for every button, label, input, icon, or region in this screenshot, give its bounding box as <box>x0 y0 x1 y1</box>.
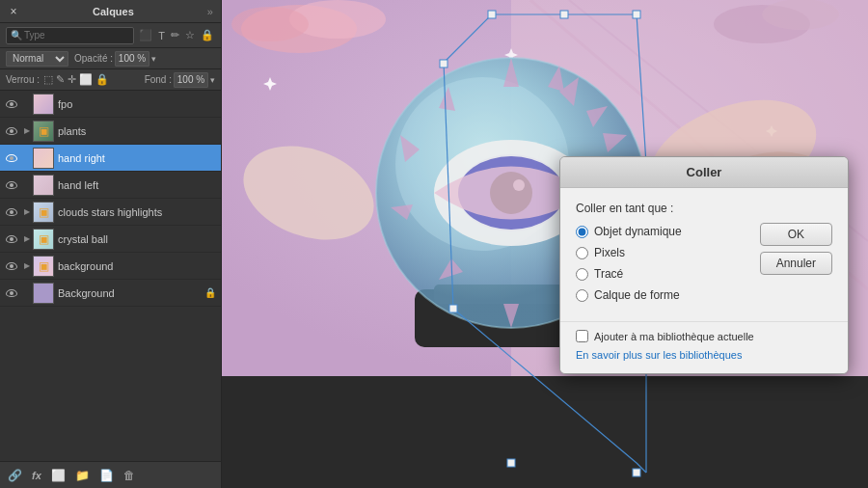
group-icon: ▣ <box>39 232 49 246</box>
panel-header: × Calques » <box>0 0 221 23</box>
svg-point-8 <box>762 0 839 30</box>
layer-item-selected[interactable]: hand right <box>0 145 221 172</box>
cancel-button[interactable]: Annuler <box>760 252 832 275</box>
fill-arrow[interactable]: ▾ <box>210 75 215 85</box>
fx-icon[interactable]: fx <box>30 469 43 482</box>
new-group-icon[interactable]: 📁 <box>73 468 92 483</box>
layers-toolbar: 🔍 ⬛ T ✏ ☆ 🔒 <box>0 23 221 48</box>
add-mask-icon[interactable]: ⬜ <box>49 468 68 483</box>
group-icon: ▣ <box>39 259 49 273</box>
radio-option-trace[interactable]: Tracé <box>576 267 750 281</box>
layer-item[interactable]: ▶ ▣ plants <box>0 118 221 145</box>
layer-expand-fpo[interactable] <box>21 98 33 110</box>
lock-label: Verrou : <box>6 74 40 85</box>
dialog-body: Coller en tant que : Objet dynamique Pix… <box>560 188 848 321</box>
radio-option-calque-forme[interactable]: Calque de forme <box>576 288 750 302</box>
delete-layer-icon[interactable]: 🗑 <box>122 468 137 483</box>
layer-name-bg-inner: background <box>58 260 217 272</box>
bottom-bar: 🔗 fx ⬜ 📁 📄 🗑 <box>0 461 221 488</box>
radio-calque-forme[interactable] <box>576 289 588 302</box>
fill-label: Fond : <box>145 74 172 85</box>
layer-item-background[interactable]: Background 🔒 <box>0 280 221 307</box>
add-library-checkbox[interactable] <box>576 330 588 342</box>
checkbox-row: Ajouter à ma bibliothèque actuelle <box>576 330 832 342</box>
link-layers-icon[interactable]: 🔗 <box>6 468 24 483</box>
layer-thumb-clouds: ▣ <box>33 202 54 223</box>
radio-pixels[interactable] <box>576 247 588 259</box>
effect-icon[interactable]: 🔒 <box>200 28 215 42</box>
search-icon: 🔍 <box>11 30 22 41</box>
layer-name-fpo: fpo <box>58 98 217 110</box>
lock-row: Verrou : ⬚ ✎ ✛ ⬜ 🔒 Fond : ▾ <box>0 69 221 91</box>
radio-option-pixels[interactable]: Pixels <box>576 246 750 259</box>
layer-name-background: Background <box>58 287 203 299</box>
layers-list: fpo ▶ ▣ plants hand right <box>0 91 221 461</box>
radio-objet-dynamique[interactable] <box>576 226 588 238</box>
layer-expand-background[interactable] <box>21 287 33 299</box>
smart-icon[interactable]: ☆ <box>184 28 196 42</box>
layer-item[interactable]: ▶ ▣ clouds stars highlights <box>0 199 221 226</box>
add-library-label: Ajouter à ma bibliothèque actuelle <box>594 331 754 342</box>
path-icon[interactable]: ✏ <box>170 28 180 42</box>
layer-visibility-hand-right[interactable] <box>4 150 19 166</box>
layer-expand-plants[interactable]: ▶ <box>21 125 33 137</box>
lock-all-icon[interactable]: 🔒 <box>95 73 109 86</box>
layer-expand-crystal[interactable]: ▶ <box>21 233 33 245</box>
pixel-icon[interactable]: ⬛ <box>138 28 153 42</box>
layer-item[interactable]: ▶ ▣ background <box>0 253 221 280</box>
layer-thumb-background <box>33 283 54 304</box>
lock-transparent-icon[interactable]: ⬚ <box>43 73 53 86</box>
lock-pixels-icon[interactable]: ✎ <box>56 73 65 86</box>
layer-expand-clouds[interactable]: ▶ <box>21 206 33 218</box>
layer-name-plants: plants <box>58 125 217 137</box>
panel-expand[interactable]: » <box>207 6 213 17</box>
ok-button[interactable]: OK <box>760 223 832 246</box>
layer-thumb-hand-left <box>33 175 54 196</box>
layer-item[interactable]: fpo <box>0 91 221 118</box>
layer-item[interactable]: ▶ ▣ crystal ball <box>0 226 221 253</box>
layer-expand-bg-inner[interactable]: ▶ <box>21 260 33 272</box>
layer-visibility-hand-left[interactable] <box>4 177 19 193</box>
layer-expand-hand-right[interactable] <box>21 152 33 164</box>
blend-mode-select[interactable]: Normal <box>6 51 68 67</box>
dialog-options: Coller en tant que : Objet dynamique Pix… <box>576 202 750 310</box>
svg-point-6 <box>231 7 309 41</box>
lock-artboard-icon[interactable]: ⬜ <box>79 73 93 86</box>
layers-options: Normal Opacité : ▾ <box>0 48 221 69</box>
layer-expand-hand-left[interactable] <box>21 179 33 191</box>
radio-label-calque-forme: Calque de forme <box>594 288 680 302</box>
below-canvas <box>222 376 868 488</box>
layer-name-hand-left: hand left <box>58 179 217 191</box>
layer-visibility-clouds[interactable] <box>4 204 19 220</box>
dialog-section-label: Coller en tant que : <box>576 202 750 215</box>
lock-position-icon[interactable]: ✛ <box>68 73 76 86</box>
layer-thumb-bg-inner: ▣ <box>33 256 54 277</box>
layer-item[interactable]: hand left <box>0 172 221 199</box>
library-link[interactable]: En savoir plus sur les bibliothèques <box>576 349 742 361</box>
text-icon[interactable]: T <box>157 29 166 42</box>
panel-close-x[interactable]: × <box>8 6 19 17</box>
radio-label-objet: Objet dynamique <box>594 225 682 238</box>
radio-option-objet[interactable]: Objet dynamique <box>576 225 750 238</box>
panel-title: Calques <box>93 6 134 17</box>
coller-dialog: Coller Coller en tant que : Objet dynami… <box>559 156 849 374</box>
layer-thumb-plants: ▣ <box>33 121 54 142</box>
fill-input[interactable] <box>174 72 208 88</box>
opacity-arrow[interactable]: ▾ <box>151 54 156 64</box>
radio-trace[interactable] <box>576 268 588 281</box>
dialog-buttons: OK Annuler <box>760 202 832 310</box>
search-input[interactable] <box>24 30 129 41</box>
layer-thumb-crystal: ▣ <box>33 229 54 250</box>
layer-visibility-background[interactable] <box>4 285 19 301</box>
layer-visibility-plants[interactable] <box>4 123 19 139</box>
layer-thumb-hand-right <box>33 148 54 169</box>
new-layer-icon[interactable]: 📄 <box>97 468 116 483</box>
lock-icons: ⬚ ✎ ✛ ⬜ 🔒 <box>43 73 109 86</box>
layer-visibility-crystal[interactable] <box>4 231 19 247</box>
radio-label-pixels: Pixels <box>594 246 625 259</box>
dialog-title: Coller <box>560 157 848 188</box>
search-box[interactable]: 🔍 <box>6 27 134 44</box>
layer-visibility-fpo[interactable] <box>4 96 19 112</box>
layer-visibility-bg-inner[interactable] <box>4 258 19 274</box>
opacity-input[interactable] <box>115 51 149 67</box>
